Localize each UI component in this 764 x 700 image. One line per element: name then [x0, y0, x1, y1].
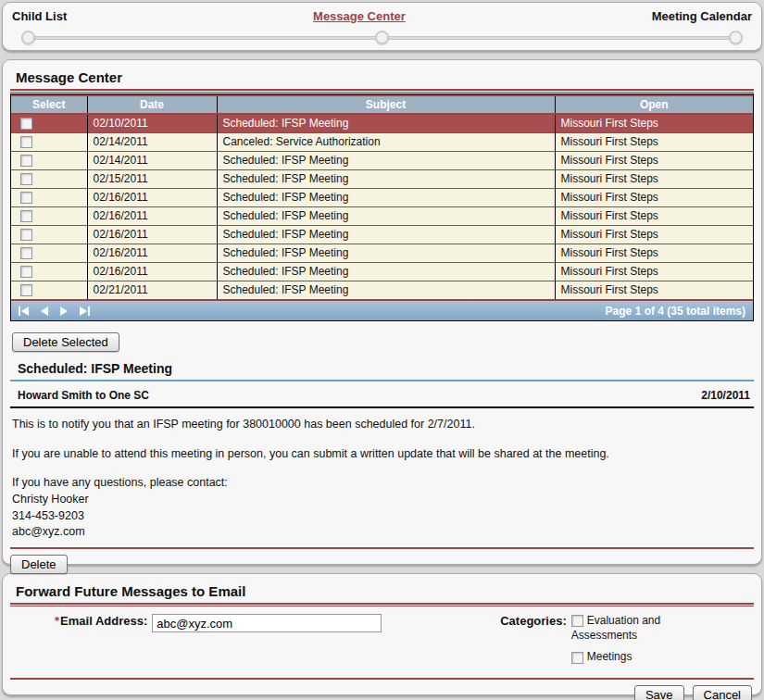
- prev-page-icon: [41, 306, 48, 316]
- open-message-link[interactable]: Missouri First Steps: [555, 188, 753, 206]
- category-meetings: Meetings: [571, 650, 683, 665]
- last-page-icon: [80, 306, 87, 316]
- email-address-label: *Email Address:: [55, 614, 147, 628]
- save-button[interactable]: Save: [634, 685, 684, 700]
- evaluation-assessments-checkbox[interactable]: [571, 615, 583, 627]
- row-select-checkbox[interactable]: [20, 136, 32, 148]
- row-select-checkbox[interactable]: [20, 229, 32, 241]
- column-header-open: Open: [555, 95, 753, 114]
- message-body: This is to notify you that an IFSP meeti…: [10, 408, 754, 540]
- pager-first-button[interactable]: [19, 306, 29, 317]
- contact-name: Christy Hooker: [12, 493, 752, 507]
- row-select-checkbox[interactable]: [20, 210, 32, 222]
- open-message-link[interactable]: Missouri First Steps: [555, 244, 753, 262]
- row-select-checkbox[interactable]: [20, 266, 32, 278]
- slider-knob-meeting-calendar[interactable]: [729, 31, 743, 44]
- email-address-input[interactable]: [152, 614, 382, 632]
- row-select-checkbox[interactable]: [20, 118, 32, 130]
- nav-child-list[interactable]: Child List: [12, 9, 67, 23]
- row-select-checkbox[interactable]: [20, 192, 32, 204]
- table-header-row: Select Date Subject Open: [11, 95, 753, 114]
- pager-last-button[interactable]: [80, 306, 90, 317]
- column-header-select: Select: [11, 95, 87, 114]
- categories-label: Categories:: [500, 614, 567, 665]
- pager-prev-button[interactable]: [41, 306, 48, 317]
- column-header-date: Date: [87, 95, 217, 114]
- table-row[interactable]: 02/16/2011 Scheduled: IFSP Meeting Misso…: [11, 188, 753, 206]
- open-message-link[interactable]: Missouri First Steps: [555, 262, 753, 281]
- message-meta-row: Howard Smith to One SC 2/10/2011: [10, 387, 754, 408]
- categories-group: Categories: Evaluation and Assessments M…: [500, 614, 683, 665]
- open-message-link[interactable]: Missouri First Steps: [555, 169, 753, 188]
- open-message-link[interactable]: Missouri First Steps: [555, 151, 753, 169]
- table-row[interactable]: 02/16/2011 Scheduled: IFSP Meeting Misso…: [11, 244, 753, 262]
- table-row[interactable]: 02/15/2011 Scheduled: IFSP Meeting Misso…: [11, 169, 753, 188]
- table-row[interactable]: 02/14/2011 Canceled: Service Authorizati…: [11, 132, 753, 151]
- message-sender: Howard Smith to One SC: [18, 389, 149, 402]
- title-divider: [10, 89, 754, 93]
- open-message-link[interactable]: Missouri First Steps: [555, 114, 753, 132]
- table-row[interactable]: 02/16/2011 Scheduled: IFSP Meeting Misso…: [11, 225, 753, 244]
- open-message-link[interactable]: Missouri First Steps: [555, 206, 753, 225]
- table-row[interactable]: 02/10/2011 Scheduled: IFSP Meeting Misso…: [11, 114, 753, 132]
- row-select-checkbox[interactable]: [20, 155, 32, 167]
- contact-email: abc@xyz.com: [12, 525, 752, 540]
- page-title: Message Center: [16, 69, 754, 85]
- forward-messages-panel: Forward Future Messages to Email *Email …: [2, 573, 762, 695]
- forward-form-row: *Email Address: Categories: Evaluation a…: [10, 614, 754, 665]
- forward-title-divider: [10, 603, 754, 606]
- next-page-icon: [60, 306, 68, 316]
- wizard-progress-slider: [23, 30, 741, 46]
- contact-phone: 314-453-9203: [12, 509, 752, 524]
- column-header-subject: Subject: [217, 95, 555, 114]
- email-field-group: *Email Address:: [55, 614, 382, 665]
- message-paragraph: If you are unable to attend this meeting…: [12, 447, 752, 462]
- first-page-icon: [19, 306, 20, 316]
- row-select-checkbox[interactable]: [20, 173, 32, 185]
- pagination-status: Page 1 of 4 (35 total items): [606, 305, 745, 318]
- message-date: 2/10/2011: [701, 389, 750, 402]
- message-center-panel: Message Center Select Date Subject Open …: [2, 59, 762, 565]
- wizard-nav-panel: Child List Message Center Meeting Calend…: [2, 2, 762, 51]
- slider-knob-child-list[interactable]: [21, 31, 35, 44]
- delete-button[interactable]: Delete: [10, 555, 68, 574]
- table-row[interactable]: 02/14/2011 Scheduled: IFSP Meeting Misso…: [11, 151, 753, 169]
- open-message-link[interactable]: Missouri First Steps: [555, 281, 753, 299]
- message-table: Select Date Subject Open 02/10/2011 Sche…: [11, 94, 753, 299]
- open-message-link[interactable]: Missouri First Steps: [555, 225, 753, 244]
- contact-intro: If you have any questions, please contac…: [12, 476, 752, 491]
- wizard-nav-labels: Child List Message Center Meeting Calend…: [12, 9, 752, 23]
- category-evaluation-assessments: Evaluation and Assessments: [571, 614, 683, 643]
- detail-bottom-divider: [10, 547, 754, 549]
- footer-buttons: Save Cancel: [10, 680, 754, 700]
- message-detail-subject: Scheduled: IFSP Meeting: [18, 361, 754, 376]
- pager-next-button[interactable]: [60, 306, 68, 317]
- open-message-link[interactable]: Missouri First Steps: [555, 132, 753, 151]
- row-select-checkbox[interactable]: [20, 247, 32, 259]
- table-row[interactable]: 02/16/2011 Scheduled: IFSP Meeting Misso…: [11, 206, 753, 225]
- nav-meeting-calendar[interactable]: Meeting Calendar: [652, 9, 752, 23]
- table-row[interactable]: 02/21/2011 Scheduled: IFSP Meeting Misso…: [11, 281, 753, 299]
- cancel-button[interactable]: Cancel: [693, 685, 752, 700]
- row-select-checkbox[interactable]: [20, 284, 32, 296]
- table-row[interactable]: 02/16/2011 Scheduled: IFSP Meeting Misso…: [11, 262, 753, 281]
- detail-subject-divider: [10, 380, 754, 381]
- slider-knob-message-center[interactable]: [375, 31, 389, 44]
- message-table-wrap: Select Date Subject Open 02/10/2011 Sche…: [10, 94, 754, 321]
- nav-message-center[interactable]: Message Center: [313, 9, 406, 23]
- required-marker: *: [55, 614, 59, 628]
- delete-selected-button[interactable]: Delete Selected: [12, 332, 119, 352]
- message-paragraph: This is to notify you that an IFSP meeti…: [12, 418, 752, 432]
- pagination-bar: Page 1 of 4 (35 total items): [11, 299, 753, 320]
- meetings-checkbox[interactable]: [571, 652, 583, 664]
- forward-title: Forward Future Messages to Email: [16, 583, 754, 599]
